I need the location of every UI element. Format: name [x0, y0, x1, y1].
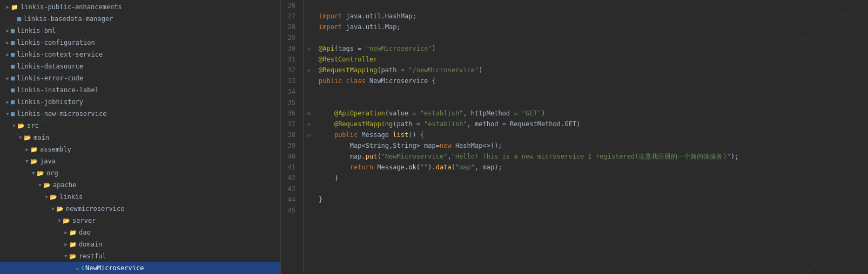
line-num-30: 30 [281, 43, 299, 54]
line-num-32: 32 [281, 65, 299, 76]
code-line-29 [314, 32, 868, 43]
line-num-40: 40 [281, 151, 299, 162]
tree-item-server[interactable]: 📂 server [0, 215, 280, 227]
tree-item-restful[interactable]: 📂 restful [0, 250, 280, 262]
code-line-45 [314, 205, 868, 216]
tree-item-linkis-configuration[interactable]: ■ linkis-configuration [0, 37, 280, 49]
code-line-27: import java.util.HashMap; [314, 11, 868, 22]
tree-item-java[interactable]: 📂 java [0, 155, 280, 167]
gutter-38[interactable]: ⊖ [304, 129, 314, 140]
tree-item-linkis-jobhistory[interactable]: ■ linkis-jobhistory [0, 96, 280, 108]
gutter-32[interactable]: ⊖ [304, 65, 314, 76]
tree-item-dao[interactable]: 📁 dao [0, 227, 280, 238]
arrow-icon [63, 242, 69, 247]
code-line-31: @RestController [314, 54, 868, 65]
tree-item-NewMicroservice[interactable]: ☕ C NewMicroservice [0, 262, 280, 274]
arrow-icon [4, 52, 11, 57]
tree-item-org[interactable]: 📂 org [0, 167, 280, 179]
gutter-34 [304, 86, 314, 97]
code-area: 26 27 28 29 30 31 32 33 34 35 36 37 38 3… [281, 0, 868, 274]
code-line-44: } [314, 194, 868, 205]
code-line-38: public Message list() { [314, 129, 868, 140]
line-num-43: 43 [281, 183, 299, 194]
gutter-35 [304, 97, 314, 108]
tree-item-linkis-datasource[interactable]: ■ linkis-datasource [0, 60, 280, 72]
gutter-44 [304, 194, 314, 205]
arrow-icon [4, 111, 11, 117]
arrow-icon [43, 194, 50, 200]
line-num-39: 39 [281, 140, 299, 151]
line-num-33: 33 [281, 76, 299, 86]
code-line-28: import java.util.Map; [314, 22, 868, 32]
tree-item-newmicroservice[interactable]: 📂 newmicroservice [0, 203, 280, 215]
gutter-45 [304, 205, 314, 216]
arrow-icon [56, 218, 63, 223]
gutter-43 [304, 183, 314, 194]
gutter-39 [304, 140, 314, 151]
code-line-37: @RequestMapping(path = "establish", meth… [314, 119, 868, 129]
arrow-icon [4, 4, 11, 10]
tree-item-linkis-context-service[interactable]: ■ linkis-context-service [0, 49, 280, 60]
tree-item-main[interactable]: 📂 main [0, 132, 280, 143]
line-num-36: 36 [281, 108, 299, 119]
arrow-icon [4, 40, 11, 45]
code-line-32: @RequestMapping(path = "/newMicroservice… [314, 65, 868, 76]
arrow-icon [24, 159, 30, 164]
gutter-36[interactable]: ⊖ [304, 108, 314, 119]
arrow-icon [30, 170, 37, 176]
gutter-28 [304, 22, 314, 32]
arrow-icon [37, 182, 43, 188]
code-line-43 [314, 183, 868, 194]
gutter-37[interactable]: ⊖ [304, 119, 314, 129]
arrow-icon [4, 28, 11, 33]
arrow-icon [4, 99, 11, 105]
code-line-42: } [314, 173, 868, 183]
tree-item-linkis-new-microservice[interactable]: ■ linkis-new-microservice [0, 108, 280, 120]
gutter-30[interactable]: ⊖ [304, 43, 314, 54]
gutter-27 [304, 11, 314, 22]
code-line-40: map.put("NewMicroservice","Hello! This i… [314, 151, 868, 162]
tree-item-apache[interactable]: 📂 apache [0, 179, 280, 191]
line-numbers: 26 27 28 29 30 31 32 33 34 35 36 37 38 3… [281, 0, 304, 274]
code-line-36: @ApiOperation(value = "establish", httpM… [314, 108, 868, 119]
gutter-29 [304, 32, 314, 43]
gutter-26 [304, 0, 314, 11]
tree-item-assembly[interactable]: 📁 assembly [0, 143, 280, 155]
gutter-40 [304, 151, 314, 162]
code-line-33: public class NewMicroservice { [314, 76, 868, 86]
line-num-35: 35 [281, 97, 299, 108]
tree-item-linkis-instance-label[interactable]: ■ linkis-instance-label [0, 84, 280, 96]
tree-item-linkis-sub[interactable]: 📂 linkis [0, 191, 280, 203]
arrow-icon [17, 135, 24, 140]
line-num-26: 26 [281, 0, 299, 11]
gutter: ⊖ ⊖ ⊖ ⊖ ⊖ [304, 0, 314, 274]
code-lines[interactable]: import java.util.HashMap; import java.ut… [314, 0, 868, 274]
line-num-45: 45 [281, 205, 299, 216]
tree-item-linkis-error-code[interactable]: ■ linkis-error-code [0, 72, 280, 84]
line-num-38: 38 [281, 129, 299, 140]
tree-item-linkis-public-enhancements[interactable]: 📁 linkis-public-enhancements [0, 1, 280, 13]
gutter-41 [304, 162, 314, 173]
code-line-35 [314, 97, 868, 108]
code-line-30: @Api(tags = "newMicroservice") [314, 43, 868, 54]
line-num-37: 37 [281, 119, 299, 129]
tree-item-domain[interactable]: 📁 domain [0, 238, 280, 250]
tree-item-linkis-basedata-manager[interactable]: ■ linkis-basedata-manager [0, 13, 280, 25]
file-tree: VB.NET.NCHENR0A1.2022-11-14 VB.NET.NCHEN… [0, 0, 281, 274]
gutter-42 [304, 173, 314, 183]
arrow-icon [4, 76, 11, 81]
line-num-42: 42 [281, 173, 299, 183]
arrow-icon [24, 147, 30, 152]
tree-item-linkis-bml[interactable]: ■ linkis-bml [0, 25, 280, 37]
gutter-31 [304, 54, 314, 65]
tree-item-src[interactable]: 📂 src [0, 120, 280, 132]
line-num-29: 29 [281, 32, 299, 43]
code-line-26 [314, 0, 868, 11]
line-num-34: 34 [281, 86, 299, 97]
code-line-39: Map<String,String> map=new HashMap<>(); [314, 140, 868, 151]
line-num-41: 41 [281, 162, 299, 173]
line-num-31: 31 [281, 54, 299, 65]
code-editor: VB.NET.NCHENR0A1.2022-11-14 VB.NET.NCHEN… [281, 0, 868, 274]
arrow-icon [50, 206, 56, 211]
gutter-33 [304, 76, 314, 86]
